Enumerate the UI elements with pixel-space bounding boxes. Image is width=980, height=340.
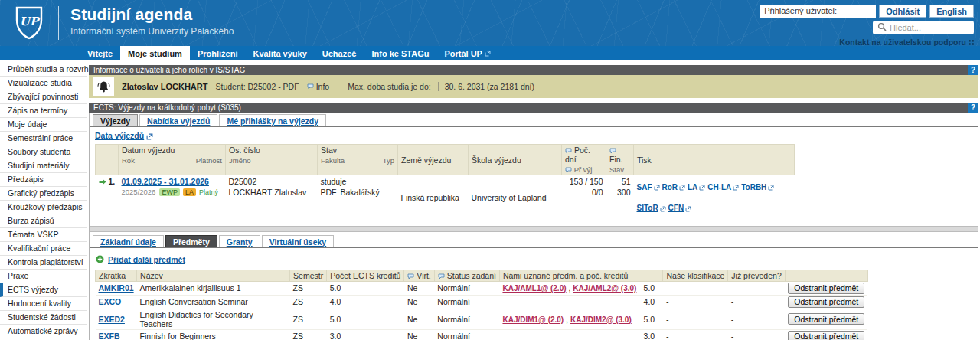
tab-nab-dka-v-jezd[interactable]: Nabídka výjezdů xyxy=(139,114,217,126)
nav-tab-v-tejte[interactable]: Vítejte xyxy=(80,46,120,60)
trip-badges: EWPLAPlatný xyxy=(159,188,218,196)
sidebar-item-zb-vaj-c-povinnosti[interactable]: Zbývající povinnosti xyxy=(0,90,87,104)
ects-help-button[interactable]: ? xyxy=(968,103,978,113)
recognized-subject-link[interactable]: KAJ/AML2@ (3.0) xyxy=(573,284,636,293)
subject-code-link[interactable]: AMKIR01 xyxy=(99,283,134,293)
recognized-subjects: KAJ/DIM1@ (2.0) , KAJ/DIM2@ (3.0) xyxy=(499,309,640,329)
support-link[interactable]: Kontakt na uživatelskou podporu xyxy=(839,38,974,46)
subject-semester: ZS xyxy=(290,281,327,295)
comment-icon xyxy=(407,273,414,280)
comment-icon xyxy=(609,148,616,154)
remove-subject-button[interactable]: Odstranit předmět xyxy=(788,313,864,325)
subject-virtual: Ne xyxy=(404,295,434,309)
role-info-link[interactable]: Info xyxy=(307,82,330,91)
add-subject-link[interactable]: Přidat další předmět xyxy=(108,255,185,264)
remove-subject-button[interactable]: Odstranit předmět xyxy=(788,331,864,340)
ects-panel-title: ECTS: Výjezdy na krátkodobý pobyt (S035) xyxy=(93,103,241,112)
remove-subject-button[interactable]: Odstranit předmět xyxy=(788,283,864,294)
sidebar-item-grafick-p-edz-pis[interactable]: Grafický předzápis xyxy=(0,187,87,201)
recognized-subject-link[interactable]: KAJ/DIM1@ (2.0) xyxy=(502,315,564,324)
col-semestr: Semestr xyxy=(290,270,327,281)
sidebar-item-burza-z-pis[interactable]: Burza zápisů xyxy=(0,214,87,228)
language-english-button[interactable]: English xyxy=(929,5,974,18)
comment-icon xyxy=(438,273,445,280)
trip-data-link[interactable]: Data výjezdů xyxy=(95,131,144,140)
subject-code-link[interactable]: EXCO xyxy=(99,297,122,306)
sidebar-item-z-pis-na-term-ny[interactable]: Zápis na termíny xyxy=(0,104,87,118)
sidebar-item-studentsk-dosti[interactable]: Studentské žádosti xyxy=(0,311,87,325)
print-link-ch-la[interactable]: CH-LA xyxy=(707,183,731,191)
sidebar-item-t-mata-v-kp[interactable]: Témata VŠKP xyxy=(0,228,87,242)
col-status-zadani: Status zadání xyxy=(434,270,499,281)
external-link-icon xyxy=(485,51,491,57)
external-link-icon xyxy=(733,185,739,191)
nav-tab-uchaze[interactable]: Uchazeč xyxy=(315,46,364,60)
help-button[interactable]: ? xyxy=(968,65,978,75)
trips-table: Datum výjezdu RokPlatnost Os. číslo Jmén… xyxy=(95,144,795,221)
sidebar-item-p-edz-pis[interactable]: Předzápis xyxy=(0,173,87,187)
sidebar-item-vizualizace-studia[interactable]: Vizualizace studia xyxy=(0,77,87,90)
sidebar-item-semestr-ln-pr-ce[interactable]: Semestrální práce xyxy=(0,132,87,145)
sidebar-item-krou-kov-p-edz-pis[interactable]: Kroužkový předzápis xyxy=(0,201,87,214)
print-link-cfn[interactable]: CFN xyxy=(668,204,684,212)
up-logo: UP xyxy=(14,5,44,42)
tab-granty[interactable]: Granty xyxy=(219,235,260,247)
print-link-sitor[interactable]: SIToR xyxy=(637,204,658,212)
sidebar-item-moje-daje[interactable]: Moje údaje xyxy=(0,118,87,132)
subject-code-link[interactable]: EXFB xyxy=(99,332,120,340)
nav-tab-kvalita-v-uky[interactable]: Kvalita výuky xyxy=(245,46,314,60)
comment-icon xyxy=(565,167,572,173)
col-fin-stav: Stav xyxy=(609,165,624,174)
sidebar-item-soubory-studenta[interactable]: Soubory studenta xyxy=(0,145,87,159)
print-link-la[interactable]: LA xyxy=(688,183,697,191)
sidebar-item-hodnocen-kvality[interactable]: Hodnocení kvality xyxy=(0,297,87,311)
print-link-torbh[interactable]: ToRBH xyxy=(741,183,766,191)
tab-z-kladn-daje[interactable]: Základní údaje xyxy=(93,235,164,247)
recognized-subjects: KAJ/AML1@ (2.0) , KAJ/AML2@ (3.0) xyxy=(499,281,640,295)
search-input[interactable] xyxy=(890,23,966,32)
app-header: UP Studijní agenda Informační systém Uni… xyxy=(0,0,980,46)
sidebar-item-ects-v-jezdy[interactable]: ECTS výjezdy xyxy=(0,283,87,297)
remove-subject-button[interactable]: Odstranit předmět xyxy=(788,296,864,308)
trip-fin-status: 300 xyxy=(617,188,631,197)
print-link-ror[interactable]: RoR xyxy=(662,183,678,191)
nav-tab-port-l-up[interactable]: Portál UP xyxy=(436,46,498,60)
page-title: Studijní agenda xyxy=(70,5,234,24)
trip-faculty: PDF xyxy=(321,188,337,197)
subject-status: Normální xyxy=(434,281,499,295)
current-row-arrow-icon xyxy=(99,178,106,185)
subject-virtual: Ne xyxy=(404,281,434,295)
recognized-subject-link[interactable]: KAJ/DIM2@ (3.0) xyxy=(570,315,632,324)
subject-ects: 5.0 xyxy=(327,281,404,295)
sidebar-item-automatick-zpr-vy[interactable]: Automatické zprávy xyxy=(0,325,87,338)
col-virt: Virt. xyxy=(404,270,434,281)
sidebar-item-praxe[interactable]: Praxe xyxy=(0,270,87,283)
nav-tab-moje-studium[interactable]: Moje studium xyxy=(120,46,190,60)
sidebar-item-kvalifika-n-pr-ce[interactable]: Kvalifikační práce xyxy=(0,242,87,256)
tab-m-p-ihl-ky-na-v-jezdy[interactable]: Mé přihlášky na výjezdy xyxy=(219,114,326,126)
nav-tab-prohl-en[interactable]: Prohlížení xyxy=(190,46,246,60)
subject-name: Finnish for Beginners xyxy=(137,329,290,340)
logout-button[interactable]: Odhlásit xyxy=(879,5,926,18)
nav-tab-info-ke-stagu[interactable]: Info ke STAGu xyxy=(364,46,436,60)
recognized-subject-link[interactable]: KAJ/AML1@ (2.0) xyxy=(502,284,566,293)
tab-virtu-ln-seky[interactable]: Virtuální úseky xyxy=(262,235,335,247)
divider xyxy=(58,6,59,40)
sidebar-item-pr-b-h-studia-a-rozvrh[interactable]: Průběh studia a rozvrh xyxy=(0,63,87,77)
search-box[interactable] xyxy=(873,21,974,34)
sidebar-item-kontrola-plagi-torstv[interactable]: Kontrola plagiátorství xyxy=(0,256,87,270)
user-name: Zlatoslav LOCKHART xyxy=(122,82,207,91)
table-row: EXCOEnglish Conversation SeminarZS4.0NeN… xyxy=(96,295,868,309)
tab-v-jezdy[interactable]: Výjezdy xyxy=(93,114,138,126)
print-link-saf[interactable]: SAF xyxy=(637,183,652,191)
col-pr-vyj: Př.výj. xyxy=(574,165,594,174)
col-fakulta: Fakulta xyxy=(321,156,345,165)
trip-date-link[interactable]: 01.09.2025 - 31.01.2026 xyxy=(122,177,209,186)
recognized-credits: 5.0 xyxy=(641,281,663,295)
sidebar-item-studijn-materi-ly[interactable]: Studijní materiály xyxy=(0,159,87,173)
subject-transferred: - xyxy=(728,281,785,295)
external-link-icon xyxy=(685,206,691,212)
trip-pr-vyj: 0/0 xyxy=(592,188,603,197)
subject-code-link[interactable]: EXED2 xyxy=(99,315,125,324)
tab-p-edm-ty[interactable]: Předměty xyxy=(165,235,217,247)
